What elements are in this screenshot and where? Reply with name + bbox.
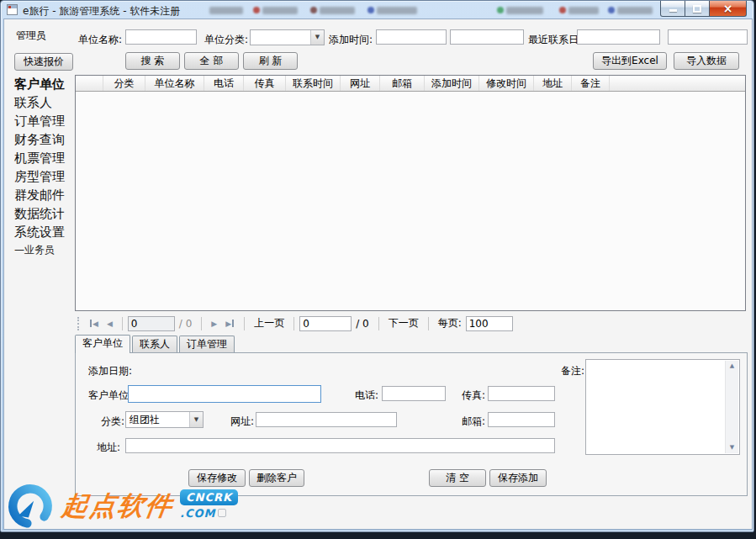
first-page-button[interactable]: ◀ <box>89 320 98 328</box>
import-data-button[interactable]: 导入数据 <box>674 52 739 70</box>
unit-name-label: 单位名称: <box>78 33 122 47</box>
table-header-cell[interactable]: 地址 <box>534 76 572 91</box>
add-time-label: 添加时间: <box>329 33 373 47</box>
separator <box>293 317 294 330</box>
site-watermark: 起点软件 CNCRK .COM <box>7 481 238 531</box>
refresh-button[interactable]: 刷 新 <box>243 52 298 70</box>
redacted-dot <box>367 7 374 13</box>
sidebar-menu-item[interactable]: 客户单位 <box>14 75 77 93</box>
scroll-down-icon[interactable]: ▼ <box>726 442 738 453</box>
unit-category-select[interactable]: ▼ <box>250 29 325 45</box>
titlebar[interactable]: e旅行 - 旅游管理系统 - 软件未注册 × <box>1 1 753 18</box>
sidebar-subitem-salesman[interactable]: —业务员 <box>14 243 55 257</box>
table-header-cell[interactable]: 电话 <box>204 76 244 91</box>
redacted-text <box>262 7 298 14</box>
close-button[interactable]: × <box>710 1 747 17</box>
table-header-cell[interactable]: 传真 <box>244 76 286 91</box>
customer-unit-input[interactable] <box>128 385 321 403</box>
unit-name-input[interactable] <box>125 29 197 45</box>
phone-input[interactable] <box>382 386 446 401</box>
sidebar-menu-item[interactable]: 系统设置 <box>14 223 77 241</box>
app-window: e旅行 - 旅游管理系统 - 软件未注册 × 管理员 快速报价 客户单位联系人订… <box>0 0 754 532</box>
table-header-cell[interactable]: 分类 <box>103 76 145 91</box>
redacted-dot <box>608 7 615 13</box>
table-header-cell[interactable]: 添加时间 <box>425 76 479 91</box>
clear-button[interactable]: 清 空 <box>429 469 486 487</box>
table-header-cell[interactable]: 修改时间 <box>479 76 534 91</box>
redacted-dot <box>253 7 260 13</box>
chevron-down-icon[interactable]: ▼ <box>189 412 203 427</box>
add-date-label: 添加日期: <box>88 364 132 378</box>
app-icon <box>7 4 18 15</box>
maximize-button[interactable] <box>685 1 710 17</box>
sidebar-menu: 客户单位联系人订单管理财务查询机票管理房型管理群发邮件数据统计系统设置 <box>14 75 77 241</box>
export-excel-button[interactable]: 导出到Excel <box>593 52 667 70</box>
last-page-button[interactable]: ▶ <box>225 320 235 328</box>
recent-contact-from-input[interactable] <box>577 29 660 45</box>
chevron-down-icon[interactable]: ▼ <box>310 30 324 45</box>
sidebar-menu-item[interactable]: 联系人 <box>14 93 77 112</box>
remark-textarea[interactable]: ▲ ▼ <box>585 359 740 455</box>
table-header-cell[interactable] <box>76 76 103 91</box>
table-header-cell[interactable]: 备注 <box>572 76 610 91</box>
customer-unit-label: 客户单位: <box>88 388 132 403</box>
quick-quote-button[interactable]: 快速报价 <box>14 53 73 71</box>
goto-total-label: / 0 <box>356 318 369 330</box>
prev-button[interactable]: ◀ <box>107 320 113 328</box>
detail-tab[interactable]: 客户单位 <box>75 335 130 353</box>
prev-page-button[interactable]: 上一页 <box>254 316 284 330</box>
unit-category-label: 单位分类: <box>204 33 248 47</box>
all-button[interactable]: 全 部 <box>184 52 239 70</box>
next-page-button[interactable]: 下一页 <box>389 316 419 330</box>
redacted-text <box>209 7 243 14</box>
email-label: 邮箱: <box>462 415 485 429</box>
website-input[interactable] <box>256 412 397 427</box>
window-title: e旅行 - 旅游管理系统 - 软件未注册 <box>23 4 180 18</box>
minimize-button[interactable] <box>660 1 685 17</box>
detail-tab[interactable]: 联系人 <box>132 336 177 352</box>
current-user-label: 管理员 <box>16 29 46 43</box>
scroll-up-icon[interactable]: ▲ <box>726 361 738 372</box>
sidebar-menu-item[interactable]: 机票管理 <box>14 149 77 167</box>
redacted-dot <box>310 7 317 13</box>
address-label: 地址: <box>97 441 120 455</box>
detail-tab[interactable]: 订单管理 <box>179 336 235 352</box>
next-button[interactable]: ▶ <box>211 320 217 328</box>
email-input[interactable] <box>488 412 555 427</box>
redacted-text <box>617 7 653 14</box>
brand-badge-wrap: CNCRK .COM <box>180 489 238 520</box>
per-page-box[interactable] <box>466 316 513 331</box>
recent-contact-to-input[interactable] <box>668 29 748 45</box>
sidebar-menu-item[interactable]: 财务查询 <box>14 130 77 149</box>
category-select[interactable]: 组团社▼ <box>125 411 204 428</box>
search-button[interactable]: 搜 索 <box>125 52 180 70</box>
table-header-cell[interactable]: 单位名称 <box>145 76 204 91</box>
table-header-row: 分类单位名称电话传真联系时间网址邮箱添加时间修改时间地址备注 <box>76 76 745 92</box>
goto-page-box[interactable] <box>299 316 352 331</box>
redacted-text <box>506 7 543 14</box>
add-time-from-input[interactable] <box>376 29 447 45</box>
separator <box>378 317 379 330</box>
save-add-button[interactable]: 保存添加 <box>489 469 547 487</box>
table-header-cell[interactable]: 联系时间 <box>286 76 341 91</box>
prev-icon: ◀ <box>107 320 113 328</box>
address-input[interactable] <box>125 438 555 453</box>
per-page-label: 每页: <box>438 316 462 330</box>
redacted-text <box>568 7 599 14</box>
delete-customer-button[interactable]: 删除客户 <box>249 469 304 487</box>
table-header-cell[interactable]: 邮箱 <box>380 76 425 91</box>
redacted-text <box>320 7 355 14</box>
sidebar-menu-item[interactable]: 房型管理 <box>14 167 77 186</box>
page-number-box[interactable] <box>128 316 175 331</box>
redacted-text <box>377 7 417 14</box>
customer-detail-panel: 添加日期: 备注: ▲ ▼ 客户单位: 电话: 传真: 分类: 组团社▼ 网址:… <box>75 352 748 496</box>
add-time-to-input[interactable] <box>450 29 524 45</box>
sidebar-menu-item[interactable]: 群发邮件 <box>14 186 77 204</box>
scrollbar[interactable]: ▲ ▼ <box>725 361 738 453</box>
close-icon: × <box>723 2 733 15</box>
sidebar-menu-item[interactable]: 数据统计 <box>14 204 77 223</box>
table-header-cell[interactable]: 网址 <box>341 76 380 91</box>
fax-input[interactable] <box>488 386 555 401</box>
sidebar-menu-item[interactable]: 订单管理 <box>14 112 77 130</box>
pager-toolbar: ◀ ◀ / 0 ▶ ▶ 上一页 / 0 下一页 每页: <box>75 314 746 333</box>
